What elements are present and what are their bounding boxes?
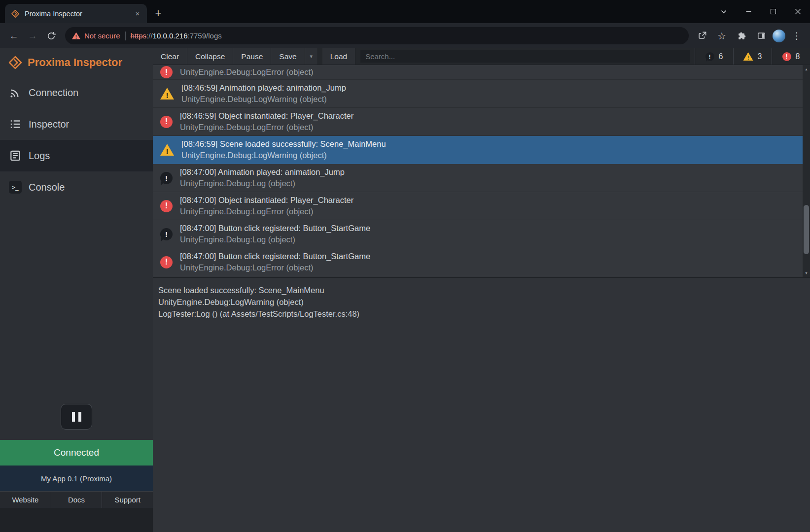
log-count-filter[interactable]: 6 [695, 48, 733, 65]
log-stack: UnityEngine.Debug:LogWarning (object) [181, 150, 386, 161]
log-text: [08:47:00] Button click registered: Butt… [180, 251, 370, 273]
log-count-value: 6 [719, 52, 723, 61]
extensions-puzzle-icon[interactable] [733, 28, 750, 44]
error-count-filter[interactable]: 8 [772, 48, 810, 65]
log-text: [08:46:59] Animation played: animation_J… [181, 82, 346, 105]
detail-line: UnityEngine.Debug:LogWarning (object) [158, 296, 805, 308]
log-row[interactable]: UnityEngine.Debug:LogError (object) [153, 65, 803, 80]
log-message: [08:46:59] Scene loaded successfully: Sc… [181, 138, 386, 150]
sidebar-item-connection[interactable]: Connection [0, 77, 153, 108]
log-stack: UnityEngine.Debug:LogWarning (object) [181, 94, 346, 105]
log-row[interactable]: [08:46:59] Animation played: animation_J… [153, 80, 803, 108]
log-row[interactable]: [08:46:59] Object instantiated: Player_C… [153, 108, 803, 136]
address-bar[interactable]: Not secure https :// 10.0.0.216 :7759/lo… [65, 27, 689, 44]
url-path: :7759/logs [188, 32, 222, 40]
log-row-selected[interactable]: [08:46:59] Scene loaded successfully: Sc… [153, 136, 803, 164]
scroll-down-icon[interactable] [803, 269, 810, 277]
not-secure-icon[interactable] [72, 33, 80, 39]
log-message: [08:47:00] Button click registered: Butt… [180, 223, 370, 234]
log-message: [08:47:00] Animation played: animation_J… [180, 166, 345, 178]
sidebar-item-label: Connection [29, 87, 78, 99]
sidebar-item-logs[interactable]: Logs [0, 140, 153, 171]
website-link[interactable]: Website [0, 492, 51, 508]
error-icon [160, 256, 173, 268]
collapse-button[interactable]: Collapse [187, 48, 233, 65]
error-count-icon [782, 52, 791, 61]
omnibox-divider [125, 32, 126, 40]
log-stack: UnityEngine.Debug:LogError (object) [180, 66, 314, 78]
pause-icon [72, 412, 75, 422]
pause-stream-button[interactable] [61, 404, 92, 430]
load-button[interactable]: Load [322, 48, 355, 65]
warning-icon [160, 144, 174, 156]
log-message: [08:46:59] Animation played: animation_J… [181, 82, 346, 94]
browser-titlebar: Proxima Inspector [0, 0, 810, 23]
log-stack: UnityEngine.Debug:LogError (object) [180, 122, 353, 133]
log-scrollbar[interactable] [803, 65, 810, 277]
logs-panel: Clear Collapse Pause Save Load 6 3 [153, 48, 810, 532]
clear-button[interactable]: Clear [153, 48, 187, 65]
log-text: [08:46:59] Object instantiated: Player_C… [180, 110, 353, 133]
support-link[interactable]: Support [102, 492, 153, 508]
forward-button[interactable] [24, 27, 41, 45]
bookmark-star-icon[interactable] [713, 28, 730, 44]
window-maximize-button[interactable] [761, 0, 785, 23]
window-controls [711, 0, 810, 23]
pause-icon [78, 412, 81, 422]
sidebar-bottom-gap [0, 508, 153, 532]
error-icon [160, 66, 173, 78]
scrollbar-track[interactable] [803, 73, 810, 269]
tab-title: Proxima Inspector [25, 10, 127, 18]
tab-close-icon[interactable] [132, 8, 143, 19]
save-button[interactable]: Save [271, 48, 305, 65]
error-icon [160, 116, 173, 128]
warning-count-filter[interactable]: 3 [733, 48, 772, 65]
log-stack: UnityEngine.Debug:Log (object) [180, 178, 345, 189]
log-row[interactable]: [08:47:00] Button click registered: Butt… [153, 220, 803, 248]
window-minimize-button[interactable] [736, 0, 761, 23]
search-input[interactable] [360, 50, 690, 63]
not-secure-label[interactable]: Not secure [84, 32, 120, 40]
sidebar-item-label: Console [29, 182, 65, 193]
log-stack: UnityEngine.Debug:Log (object) [180, 234, 370, 245]
log-text: [08:47:00] Button click registered: Butt… [180, 223, 370, 245]
scroll-up-icon[interactable] [803, 65, 810, 73]
log-text: [08:47:00] Object instantiated: Player_C… [180, 195, 353, 217]
sidebar-item-label: Logs [29, 150, 50, 162]
share-button[interactable] [694, 28, 710, 44]
pause-logs-button[interactable]: Pause [233, 48, 271, 65]
url-scheme: https [131, 32, 147, 40]
log-info-icon [160, 172, 173, 184]
new-tab-button[interactable] [151, 6, 166, 21]
log-rows: UnityEngine.Debug:LogError (object) [08:… [153, 65, 803, 276]
log-info-icon [160, 228, 173, 240]
error-icon [160, 200, 173, 212]
error-count-value: 8 [796, 52, 800, 61]
side-panel-icon[interactable] [753, 28, 770, 44]
log-text: UnityEngine.Debug:LogError (object) [180, 66, 314, 78]
window-close-button[interactable] [785, 0, 810, 23]
browser-menu-icon[interactable] [788, 28, 805, 44]
log-count-icon [705, 52, 714, 61]
log-row[interactable]: [08:47:00] Animation played: animation_J… [153, 164, 803, 192]
log-message: [08:47:00] Object instantiated: Player_C… [180, 195, 353, 206]
reload-button[interactable] [42, 27, 60, 45]
sidebar-item-label: Inspector [29, 119, 69, 130]
log-row[interactable]: [08:47:00] Button click registered: Butt… [153, 248, 803, 276]
log-message: [08:46:59] Object instantiated: Player_C… [180, 110, 353, 122]
save-dropdown-icon[interactable] [305, 48, 318, 65]
profile-avatar[interactable] [773, 30, 785, 42]
sidebar-item-inspector[interactable]: Inspector [0, 108, 153, 140]
window-chevron-button[interactable] [711, 0, 736, 23]
console-terminal-icon [9, 181, 22, 194]
detail-line: Scene loaded successfully: Scene_MainMen… [158, 284, 805, 296]
log-row[interactable]: [08:47:00] Object instantiated: Player_C… [153, 192, 803, 220]
log-text: [08:46:59] Scene loaded successfully: Sc… [181, 138, 386, 161]
back-button[interactable] [5, 27, 23, 45]
sidebar-item-console[interactable]: Console [0, 171, 153, 203]
scrollbar-thumb[interactable] [804, 205, 809, 254]
docs-link[interactable]: Docs [51, 492, 103, 508]
sidebar-spacer [0, 203, 153, 404]
browser-tab[interactable]: Proxima Inspector [5, 4, 147, 23]
proxima-logo-icon [8, 55, 23, 70]
